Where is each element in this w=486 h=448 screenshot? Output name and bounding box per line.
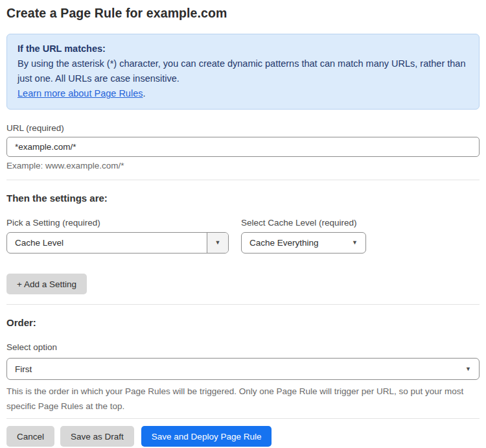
setting-picker-column: Pick a Setting (required) Cache Level ▼ xyxy=(6,204,229,253)
save-as-draft-button[interactable]: Save as Draft xyxy=(60,426,134,447)
order-section-heading: Order: xyxy=(6,317,480,329)
info-box-heading: If the URL matches: xyxy=(17,41,469,56)
order-dropdown[interactable]: First ▼ xyxy=(6,358,480,380)
chevron-down-icon: ▼ xyxy=(465,366,479,372)
divider xyxy=(6,180,480,180)
settings-section-heading: Then the settings are: xyxy=(6,193,480,204)
learn-more-link[interactable]: Learn more about Page Rules xyxy=(17,88,143,99)
url-match-info-box: If the URL matches: By using the asteris… xyxy=(6,34,480,110)
page-title: Create a Page Rule for example.com xyxy=(6,6,480,21)
divider xyxy=(6,304,480,305)
settings-row: Pick a Setting (required) Cache Level ▼ … xyxy=(6,204,480,253)
chevron-down-icon: ▼ xyxy=(352,240,365,246)
add-setting-button[interactable]: + Add a Setting xyxy=(6,274,87,294)
cache-level-column: Select Cache Level (required) Cache Ever… xyxy=(241,204,366,253)
cache-level-label: Select Cache Level (required) xyxy=(241,217,366,228)
setting-picker-value: Cache Level xyxy=(7,238,207,248)
cache-level-value: Cache Everything xyxy=(242,238,352,248)
link-suffix: . xyxy=(143,88,145,99)
order-value: First xyxy=(7,364,465,374)
cancel-button[interactable]: Cancel xyxy=(6,426,54,447)
cache-level-dropdown[interactable]: Cache Everything ▼ xyxy=(241,232,366,253)
chevron-down-icon: ▼ xyxy=(215,240,221,246)
order-select-label: Select option xyxy=(6,342,480,353)
setting-picker-label: Pick a Setting (required) xyxy=(6,217,229,228)
form-actions: Cancel Save as Draft Save and Deploy Pag… xyxy=(6,426,480,447)
url-example-hint: Example: www.example.com/* xyxy=(6,160,480,171)
save-and-deploy-button[interactable]: Save and Deploy Page Rule xyxy=(141,426,272,447)
setting-picker-dropdown[interactable]: Cache Level ▼ xyxy=(6,232,229,253)
dropdown-arrow-box: ▼ xyxy=(207,233,228,253)
order-description: This is the order in which your Page Rul… xyxy=(6,384,473,414)
create-page-rule-form: Create a Page Rule for example.com If th… xyxy=(0,6,486,447)
info-box-body: By using the asterisk (*) character, you… xyxy=(17,56,469,86)
url-field-label: URL (required) xyxy=(6,123,480,134)
url-input[interactable] xyxy=(6,137,480,157)
divider xyxy=(6,418,480,419)
info-box-link-line: Learn more about Page Rules. xyxy=(17,86,469,101)
